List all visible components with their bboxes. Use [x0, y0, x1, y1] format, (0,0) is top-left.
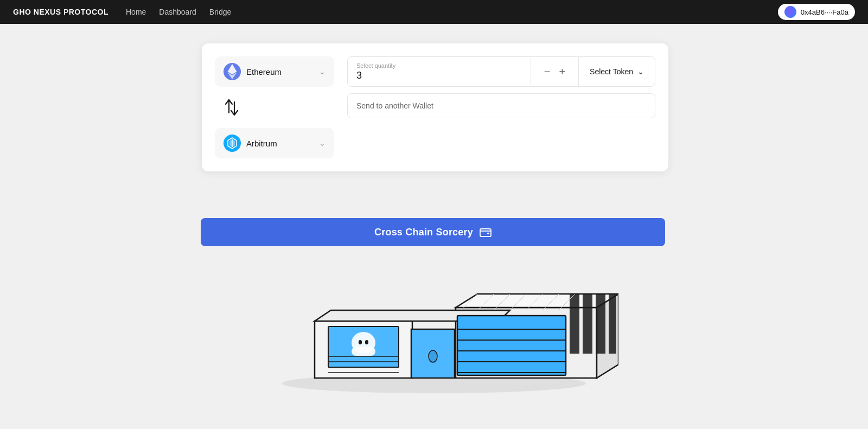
wallet-badge[interactable]: 0x4aB6····Fa0a	[778, 4, 855, 20]
main-content: Ethereum ⌄	[0, 24, 868, 429]
stepper-plus[interactable]: +	[554, 66, 570, 77]
svg-rect-32	[609, 294, 616, 354]
bridge-card: Ethereum ⌄	[202, 43, 668, 171]
svg-point-22	[429, 350, 437, 362]
token-chevron: ⌄	[637, 67, 644, 76]
svg-rect-29	[570, 294, 579, 354]
nav-dashboard[interactable]: Dashboard	[159, 8, 196, 16]
nav-home[interactable]: Home	[126, 8, 146, 16]
ethereum-icon	[224, 63, 241, 80]
arbitrum-icon	[224, 135, 241, 152]
svg-marker-9	[456, 294, 618, 308]
token-label: Select Token	[590, 67, 633, 76]
quantity-input-wrap: Select quantity 3	[348, 58, 531, 86]
stepper: − +	[531, 57, 579, 86]
wallet-avatar	[784, 6, 796, 18]
svg-rect-15	[359, 340, 362, 344]
cross-chain-button[interactable]: Cross Chain Sorcery	[201, 218, 665, 246]
svg-rect-16	[365, 340, 368, 344]
send-wallet-label: Send to another Wallet	[356, 101, 433, 110]
from-chain-name: Ethereum	[246, 67, 282, 76]
svg-rect-14	[352, 347, 375, 356]
from-chain-selector[interactable]: Ethereum ⌄	[215, 56, 334, 87]
quantity-row: Select quantity 3 − + Select Token ⌄	[347, 56, 655, 87]
svg-rect-31	[596, 294, 605, 354]
wallet-address: 0x4aB6····Fa0a	[801, 8, 848, 16]
stepper-minus[interactable]: −	[540, 66, 555, 77]
brand-logo: GHO NEXUS PROTOCOL	[13, 8, 108, 16]
nav-bridge[interactable]: Bridge	[209, 8, 231, 16]
to-chain-selector[interactable]: Arbitrum ⌄	[215, 128, 334, 158]
quantity-label: Select quantity	[356, 62, 522, 69]
cta-label: Cross Chain Sorcery	[374, 227, 473, 238]
to-chain-name: Arbitrum	[246, 139, 277, 148]
svg-rect-30	[583, 294, 592, 354]
quantity-value: 3	[356, 70, 522, 81]
svg-rect-5	[487, 233, 489, 234]
nav-links: Home Dashboard Bridge	[126, 8, 231, 16]
token-selector[interactable]: Select Token ⌄	[579, 57, 655, 86]
from-chain-chevron: ⌄	[319, 67, 326, 76]
svg-point-0	[787, 8, 794, 16]
right-controls: Select quantity 3 − + Select Token ⌄ Sen…	[347, 56, 655, 118]
svg-rect-4	[480, 229, 491, 236]
chains-column: Ethereum ⌄	[215, 56, 334, 158]
svg-rect-23	[457, 316, 566, 375]
navbar: GHO NEXUS PROTOCOL Home Dashboard Bridge…	[0, 0, 868, 24]
to-chain-chevron: ⌄	[319, 139, 326, 148]
swap-arrows[interactable]	[224, 91, 334, 124]
wallet-icon-btn	[480, 227, 492, 237]
bridge-inner: Ethereum ⌄	[215, 56, 655, 158]
swap-icon	[224, 98, 240, 117]
send-to-wallet-row[interactable]: Send to another Wallet	[347, 93, 655, 118]
